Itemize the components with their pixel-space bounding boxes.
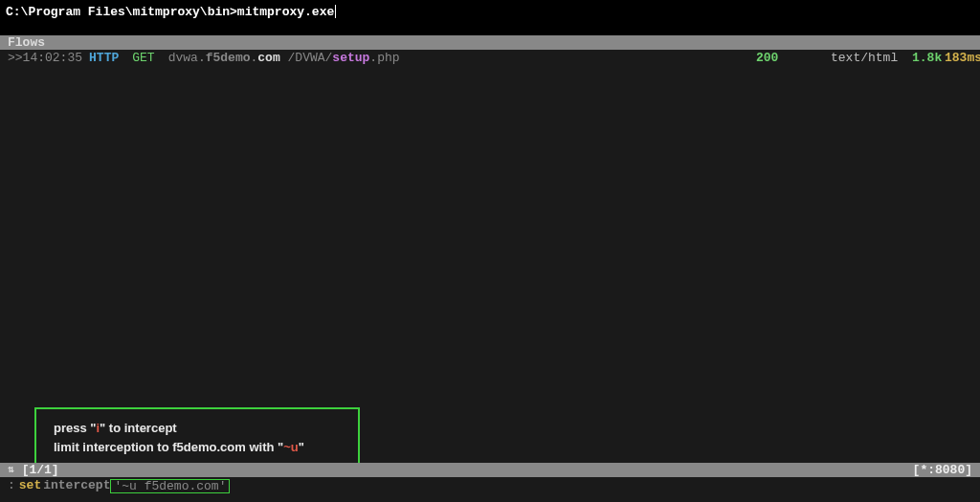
flow-content-type: text/html bbox=[831, 50, 898, 66]
flow-url: dvwa.f5demo.com /DVWA/setup.php bbox=[168, 50, 400, 66]
overlay-key-tu: ~u bbox=[283, 440, 299, 454]
overlay-line-2: limit interception to f5demo.com with "~… bbox=[54, 438, 341, 457]
flow-selected-marker: >> bbox=[8, 50, 23, 66]
status-icon: ⇅ bbox=[8, 463, 14, 477]
flow-protocol: HTTP bbox=[89, 50, 119, 66]
status-bar: ⇅ [1/1] [*:8080] bbox=[0, 463, 980, 477]
flow-path-file: setup bbox=[332, 51, 369, 65]
status-listen: [*:8080] bbox=[913, 463, 972, 477]
gap bbox=[0, 23, 980, 35]
flows-header: Flows bbox=[0, 35, 980, 50]
title-cursor bbox=[335, 5, 336, 18]
command-arg: '~u f5demo.com' bbox=[114, 479, 226, 493]
annotation-overlay: press "i" to intercept limit interceptio… bbox=[34, 407, 360, 468]
flow-duration: 183ms bbox=[945, 50, 980, 66]
flow-time: 14:02:35 bbox=[23, 50, 82, 66]
flow-row[interactable]: >> 14:02:35 HTTP GET dvwa.f5demo.com /DV… bbox=[0, 50, 980, 66]
flow-status-code: 200 bbox=[756, 50, 778, 66]
command-arg-highlight: '~u f5demo.com' bbox=[110, 479, 230, 493]
flow-path-prefix: /DVWA/ bbox=[288, 51, 333, 65]
flow-host-tld: com bbox=[257, 51, 279, 65]
window-title-bar: C:\Program Files\mitmproxy\bin>mitmproxy… bbox=[0, 0, 980, 23]
command-prompt: : bbox=[8, 477, 15, 494]
flow-method: GET bbox=[132, 50, 154, 66]
command-intercept: intercept bbox=[43, 477, 110, 494]
overlay-line-1: press "i" to intercept bbox=[54, 419, 341, 438]
command-bar[interactable]: : set intercept '~u f5demo.com' bbox=[0, 477, 980, 494]
status-count: [1/1] bbox=[22, 463, 59, 477]
window-title: C:\Program Files\mitmproxy\bin>mitmproxy… bbox=[6, 5, 334, 19]
main-area: press "i" to intercept limit interceptio… bbox=[0, 66, 980, 463]
command-set: set bbox=[19, 477, 41, 494]
flow-size: 1.8k bbox=[912, 50, 942, 66]
flow-host-sub: dvwa bbox=[168, 51, 198, 65]
flow-path-ext: .php bbox=[369, 51, 399, 65]
flow-host-mid: f5demo bbox=[206, 51, 251, 65]
